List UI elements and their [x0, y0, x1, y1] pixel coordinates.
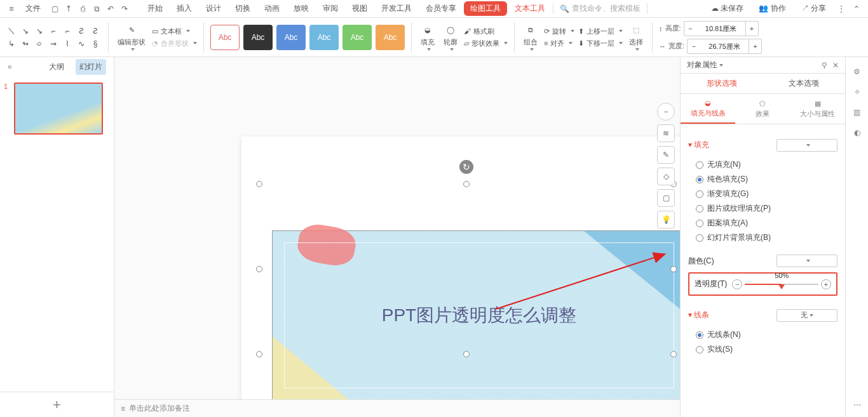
radio-gradient-fill[interactable]: 渐变填充(G) [696, 189, 837, 199]
float-bulb-icon[interactable]: 💡 [657, 211, 675, 228]
fill-button[interactable]: ◒填充 [418, 23, 437, 51]
side-more-icon[interactable]: ⋯ [853, 400, 861, 409]
selected-shape[interactable]: ↻ PPT图片透明度怎么调整 [259, 184, 674, 354]
trans-minus[interactable]: − [732, 279, 742, 289]
radio-slidebg-fill[interactable]: 幻灯片背景填充(B) [696, 232, 837, 243]
line-shapes-gallery[interactable]: ＼↘↘⌐⌐ƧƧ ↳↬꩜⇝⌇∿§ [5, 25, 102, 50]
handle-s[interactable] [463, 351, 470, 357]
preview-icon[interactable]: ⧉ [90, 3, 103, 15]
style-preset-5[interactable]: Abc [342, 25, 372, 50]
width-minus[interactable]: − [688, 39, 700, 53]
menu-file[interactable]: 文件 [19, 1, 47, 17]
align-button[interactable]: ≡对齐 [544, 39, 574, 48]
combine-button[interactable]: ⧉组合 [521, 23, 540, 51]
trans-plus[interactable]: + [821, 279, 831, 289]
tab-slides[interactable]: 幻灯片 [76, 59, 106, 75]
handle-w[interactable] [256, 266, 262, 272]
handle-sw[interactable] [256, 351, 262, 357]
tab-drawing-tool[interactable]: 绘图工具 [464, 1, 507, 16]
radio-pattern-fill[interactable]: 图案填充(A) [696, 218, 837, 228]
radio-no-fill[interactable]: 无填充(N) [696, 159, 837, 170]
command-search[interactable]: 🔍查找命令、搜索模板 [553, 3, 648, 14]
undo-icon[interactable]: ↶ [104, 3, 117, 15]
collab-button[interactable]: 👥 协作 [752, 1, 792, 17]
edit-shape-button[interactable]: ✎ 编辑形状 [115, 23, 148, 51]
close-panel-icon[interactable]: ✕ [832, 61, 839, 70]
float-pen-icon[interactable]: ✎ [657, 146, 675, 164]
handle-se[interactable] [670, 351, 677, 357]
style-preset-6[interactable]: Abc [376, 25, 405, 50]
collapse-ribbon-icon[interactable]: ⌃ [850, 3, 863, 15]
radio-solid-line[interactable]: 实线(S) [696, 344, 837, 355]
style-preset-1[interactable]: Abc [210, 25, 240, 50]
height-minus[interactable]: − [684, 22, 697, 36]
handle-nw[interactable] [256, 181, 262, 187]
rotate-handle[interactable]: ↻ [459, 160, 473, 174]
section-line[interactable]: 线条 [688, 310, 709, 321]
style-preset-3[interactable]: Abc [276, 25, 306, 50]
outline-button[interactable]: ◯轮廓 [441, 23, 460, 51]
shape-effect-button[interactable]: ▱形状效果 [464, 39, 508, 48]
tab-insert[interactable]: 插入 [170, 1, 198, 17]
float-layers-icon[interactable]: ≋ [657, 124, 675, 142]
select-button[interactable]: ⬚选择 [627, 23, 646, 51]
side-template-icon[interactable]: ▥ [853, 108, 860, 117]
color-select[interactable] [776, 255, 837, 267]
tab-slideshow[interactable]: 放映 [287, 1, 315, 17]
tab-review[interactable]: 审阅 [316, 1, 344, 17]
side-help-icon[interactable]: ◐ [854, 128, 860, 137]
radio-picture-fill[interactable]: 图片或纹理填充(P) [696, 203, 837, 214]
notes-bar[interactable]: ≡ 单击此处添加备注 [114, 399, 680, 417]
move-up-button[interactable]: ⬆上移一层 [578, 27, 623, 36]
tab-outline[interactable]: 大纲 [45, 59, 68, 75]
width-input[interactable]: −26.75厘米+ [687, 39, 762, 54]
tab-text-tool[interactable]: 文本工具 [508, 1, 552, 17]
move-down-button[interactable]: ⬇下移一层 [578, 39, 623, 48]
tab-view[interactable]: 视图 [346, 1, 374, 17]
trans-slider[interactable]: 50% [745, 281, 818, 288]
tab-transition[interactable]: 切换 [229, 1, 257, 17]
float-minus[interactable]: − [657, 103, 675, 121]
float-rect-icon[interactable]: ▢ [657, 189, 675, 207]
subtab-fill-line[interactable]: ◒填充与线条 [681, 94, 735, 124]
handle-n[interactable] [463, 181, 470, 187]
radio-solid-fill[interactable]: 纯色填充(S) [696, 174, 837, 185]
tab-shape-options[interactable]: 形状选项 [681, 74, 763, 93]
float-shape-icon[interactable]: ◇ [657, 168, 675, 185]
rotate-button[interactable]: ⟳旋转 [544, 27, 574, 36]
height-input[interactable]: −10.81厘米+ [684, 21, 759, 36]
style-preset-2[interactable]: Abc [243, 25, 273, 50]
tab-design[interactable]: 设计 [200, 1, 227, 17]
unsaved-label[interactable]: ☁ 未保存 [705, 1, 750, 17]
subtab-size[interactable]: ▦大小与属性 [790, 94, 845, 124]
tab-animation[interactable]: 动画 [258, 1, 286, 17]
width-plus[interactable]: + [749, 39, 761, 53]
tab-member[interactable]: 会员专享 [419, 1, 463, 17]
pin-icon[interactable]: ⚲ [822, 61, 827, 70]
hamburger-icon[interactable]: ≡ [5, 3, 18, 15]
shape-styles-gallery[interactable]: Abc Abc Abc Abc Abc Abc [210, 25, 405, 50]
section-fill[interactable]: 填充 [688, 140, 709, 150]
print-icon[interactable]: ⎙ [76, 3, 89, 15]
subtab-effect[interactable]: ⬠效果 [735, 94, 790, 124]
side-tune-icon[interactable]: ⚙ [853, 67, 860, 76]
style-preset-4[interactable]: Abc [309, 25, 339, 50]
tab-devtools[interactable]: 开发工具 [375, 1, 418, 17]
textbox-button[interactable]: ▭文本框 [152, 27, 197, 36]
tab-start[interactable]: 开始 [141, 1, 169, 17]
format-painter-button[interactable]: 🖌格式刷 [464, 27, 508, 36]
add-slide-button[interactable]: + [0, 392, 114, 417]
height-plus[interactable]: + [745, 22, 758, 36]
radio-no-line[interactable]: 无线条(N) [696, 329, 837, 340]
more-icon[interactable]: ⋮ [835, 3, 848, 15]
line-preset-select[interactable]: 无 [776, 309, 837, 322]
share-button[interactable]: ↗ 分享 [795, 1, 832, 17]
handle-e[interactable] [670, 266, 677, 272]
tab-text-options[interactable]: 文本选项 [763, 74, 846, 93]
collapse-left-icon[interactable]: « [8, 62, 12, 71]
side-star-icon[interactable]: ✧ [854, 88, 860, 96]
slide-thumbnail-1[interactable] [14, 83, 103, 135]
fill-preset-select[interactable] [776, 139, 837, 152]
open-icon[interactable]: ⤒ [62, 3, 75, 15]
redo-icon[interactable]: ↷ [118, 3, 131, 15]
